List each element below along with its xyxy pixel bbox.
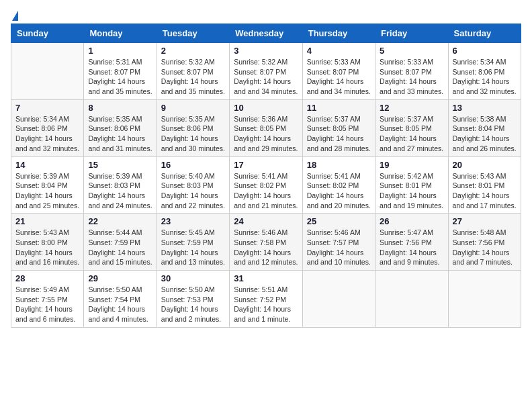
sunset-text: Sunset: 7:59 PM — [88, 238, 152, 248]
calendar-header-thursday: Thursday — [302, 24, 375, 43]
sunset-text: Sunset: 7:56 PM — [380, 238, 443, 248]
daylight-line1: Daylight: 14 hours — [453, 77, 517, 87]
calendar-cell: 22Sunrise: 5:44 AMSunset: 7:59 PMDayligh… — [84, 214, 157, 271]
daylight-line2: and and 32 minutes. — [15, 144, 79, 154]
calendar-table: SundayMondayTuesdayWednesdayThursdayFrid… — [11, 24, 521, 328]
calendar-cell: 7Sunrise: 5:34 AMSunset: 8:06 PMDaylight… — [11, 99, 84, 156]
day-number: 31 — [234, 273, 298, 283]
sunset-text: Sunset: 7:55 PM — [15, 295, 79, 305]
day-info: Sunrise: 5:36 AMSunset: 8:05 PMDaylight:… — [234, 114, 298, 154]
day-number: 2 — [161, 46, 225, 56]
calendar-cell: 10Sunrise: 5:36 AMSunset: 8:05 PMDayligh… — [230, 99, 302, 156]
logo — [11, 11, 18, 18]
sunrise-text: Sunrise: 5:45 AM — [161, 228, 225, 238]
daylight-line2: and and 25 minutes. — [15, 201, 79, 211]
sunrise-text: Sunrise: 5:41 AM — [307, 171, 371, 181]
daylight-line1: Daylight: 14 hours — [380, 77, 443, 87]
sunrise-text: Sunrise: 5:34 AM — [15, 114, 79, 124]
day-number: 15 — [88, 160, 152, 170]
calendar-header-saturday: Saturday — [448, 24, 521, 43]
day-number: 28 — [15, 273, 79, 283]
daylight-line2: and and 34 minutes. — [307, 87, 371, 97]
sunset-text: Sunset: 8:06 PM — [15, 124, 79, 134]
calendar-cell: 15Sunrise: 5:39 AMSunset: 8:03 PMDayligh… — [84, 156, 157, 214]
daylight-line1: Daylight: 14 hours — [15, 191, 79, 201]
day-info: Sunrise: 5:38 AMSunset: 8:04 PMDaylight:… — [453, 114, 517, 154]
day-info: Sunrise: 5:49 AMSunset: 7:55 PMDaylight:… — [15, 285, 79, 324]
day-info: Sunrise: 5:35 AMSunset: 8:06 PMDaylight:… — [88, 114, 152, 154]
calendar-cell: 4Sunrise: 5:33 AMSunset: 8:07 PMDaylight… — [302, 43, 375, 100]
day-info: Sunrise: 5:33 AMSunset: 8:07 PMDaylight:… — [380, 57, 443, 97]
day-info: Sunrise: 5:32 AMSunset: 8:07 PMDaylight:… — [161, 57, 225, 97]
day-info: Sunrise: 5:43 AMSunset: 8:01 PMDaylight:… — [453, 171, 517, 211]
day-number: 26 — [380, 216, 443, 226]
daylight-line1: Daylight: 14 hours — [234, 248, 298, 258]
calendar-cell: 30Sunrise: 5:50 AMSunset: 7:53 PMDayligh… — [157, 271, 229, 328]
calendar-cell: 13Sunrise: 5:38 AMSunset: 8:04 PMDayligh… — [448, 99, 521, 156]
calendar-week-row: 21Sunrise: 5:43 AMSunset: 8:00 PMDayligh… — [11, 214, 521, 271]
calendar-cell: 21Sunrise: 5:43 AMSunset: 8:00 PMDayligh… — [11, 214, 84, 271]
day-info: Sunrise: 5:31 AMSunset: 8:07 PMDaylight:… — [88, 57, 152, 97]
sunset-text: Sunset: 7:57 PM — [307, 238, 371, 248]
sunrise-text: Sunrise: 5:41 AM — [234, 171, 298, 181]
calendar-cell: 17Sunrise: 5:41 AMSunset: 8:02 PMDayligh… — [230, 156, 302, 214]
sunrise-text: Sunrise: 5:47 AM — [380, 228, 443, 238]
daylight-line2: and and 27 minutes. — [380, 144, 443, 154]
daylight-line1: Daylight: 14 hours — [453, 134, 517, 144]
daylight-line2: and and 30 minutes. — [161, 144, 225, 154]
calendar-cell: 2Sunrise: 5:32 AMSunset: 8:07 PMDaylight… — [157, 43, 229, 100]
sunset-text: Sunset: 8:04 PM — [15, 181, 79, 191]
daylight-line1: Daylight: 14 hours — [307, 248, 371, 258]
calendar-cell: 11Sunrise: 5:37 AMSunset: 8:05 PMDayligh… — [302, 99, 375, 156]
calendar-cell: 24Sunrise: 5:46 AMSunset: 7:58 PMDayligh… — [230, 214, 302, 271]
sunrise-text: Sunrise: 5:31 AM — [88, 57, 152, 67]
day-number: 11 — [307, 103, 371, 113]
day-info: Sunrise: 5:45 AMSunset: 7:59 PMDaylight:… — [161, 228, 225, 267]
sunset-text: Sunset: 8:05 PM — [380, 124, 443, 134]
calendar-cell: 16Sunrise: 5:40 AMSunset: 8:03 PMDayligh… — [157, 156, 229, 214]
daylight-line2: and and 17 minutes. — [453, 201, 517, 211]
page-header — [11, 11, 521, 18]
calendar-cell: 23Sunrise: 5:45 AMSunset: 7:59 PMDayligh… — [157, 214, 229, 271]
day-info: Sunrise: 5:46 AMSunset: 7:58 PMDaylight:… — [234, 228, 298, 267]
daylight-line1: Daylight: 14 hours — [88, 77, 152, 87]
daylight-line2: and and 34 minutes. — [234, 87, 298, 97]
day-number: 12 — [380, 103, 443, 113]
daylight-line1: Daylight: 14 hours — [234, 191, 298, 201]
daylight-line2: and and 24 minutes. — [88, 201, 152, 211]
daylight-line1: Daylight: 14 hours — [453, 191, 517, 201]
day-number: 7 — [15, 103, 79, 113]
sunset-text: Sunset: 8:07 PM — [307, 67, 371, 77]
day-number: 10 — [234, 103, 298, 113]
day-info: Sunrise: 5:33 AMSunset: 8:07 PMDaylight:… — [307, 57, 371, 97]
daylight-line2: and and 10 minutes. — [307, 257, 371, 267]
daylight-line2: and and 35 minutes. — [161, 87, 225, 97]
sunrise-text: Sunrise: 5:51 AM — [234, 285, 298, 295]
calendar-cell: 25Sunrise: 5:46 AMSunset: 7:57 PMDayligh… — [302, 214, 375, 271]
day-info: Sunrise: 5:43 AMSunset: 8:00 PMDaylight:… — [15, 228, 79, 267]
day-number: 14 — [15, 160, 79, 170]
calendar-cell: 19Sunrise: 5:42 AMSunset: 8:01 PMDayligh… — [375, 156, 448, 214]
day-number: 8 — [88, 103, 152, 113]
daylight-line1: Daylight: 14 hours — [453, 248, 517, 258]
daylight-line1: Daylight: 14 hours — [380, 134, 443, 144]
sunrise-text: Sunrise: 5:42 AM — [380, 171, 443, 181]
day-info: Sunrise: 5:40 AMSunset: 8:03 PMDaylight:… — [161, 171, 225, 211]
daylight-line2: and and 12 minutes. — [234, 257, 298, 267]
day-number: 23 — [161, 216, 225, 226]
calendar-header-friday: Friday — [375, 24, 448, 43]
day-info: Sunrise: 5:41 AMSunset: 8:02 PMDaylight:… — [234, 171, 298, 211]
daylight-line1: Daylight: 14 hours — [234, 304, 298, 314]
calendar-week-row: 7Sunrise: 5:34 AMSunset: 8:06 PMDaylight… — [11, 99, 521, 156]
day-number: 17 — [234, 160, 298, 170]
calendar-cell: 5Sunrise: 5:33 AMSunset: 8:07 PMDaylight… — [375, 43, 448, 100]
daylight-line1: Daylight: 14 hours — [15, 134, 79, 144]
daylight-line2: and and 29 minutes. — [234, 144, 298, 154]
sunset-text: Sunset: 8:07 PM — [234, 67, 298, 77]
day-info: Sunrise: 5:34 AMSunset: 8:06 PMDaylight:… — [453, 57, 517, 97]
calendar-cell: 3Sunrise: 5:32 AMSunset: 8:07 PMDaylight… — [230, 43, 302, 100]
daylight-line1: Daylight: 14 hours — [15, 248, 79, 258]
day-number: 29 — [88, 273, 152, 283]
daylight-line1: Daylight: 14 hours — [161, 304, 225, 314]
daylight-line2: and and 7 minutes. — [453, 257, 517, 267]
